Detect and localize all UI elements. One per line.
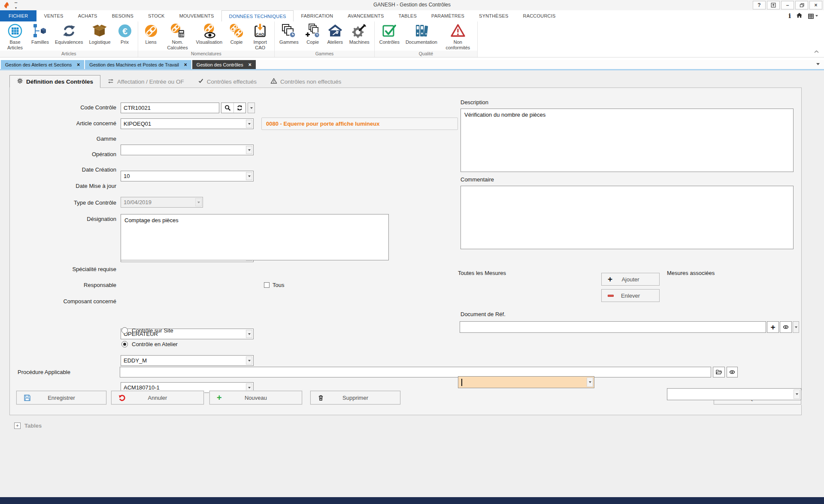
- radio-controle-atelier[interactable]: [121, 341, 128, 347]
- mesures-associees-combo[interactable]: [667, 388, 801, 400]
- menu-parametres[interactable]: PARAMÈTRES: [424, 10, 472, 21]
- ribbon-ateliers-button[interactable]: Ateliers: [324, 22, 346, 45]
- menu-tables[interactable]: TABLES: [391, 10, 424, 21]
- prix-euro-icon: €: [117, 23, 133, 39]
- designation-textarea[interactable]: Comptage des pièces: [121, 214, 389, 260]
- ribbon-group-nomenclatures: Liens Nom. Calculées Visualisation Copie: [138, 21, 275, 57]
- doc-ref-input[interactable]: [460, 321, 766, 333]
- responsable-combo[interactable]: EDDY_M: [121, 355, 254, 366]
- svg-text:€: €: [122, 26, 127, 36]
- plus-icon: +: [217, 394, 222, 401]
- ribbon-copie-nomenclature-button[interactable]: Copie: [225, 22, 248, 45]
- menu-fichier[interactable]: FICHIER: [0, 10, 36, 21]
- doc-ref-eye-icon[interactable]: [780, 321, 792, 333]
- tab-controles-non-effectues[interactable]: Contrôles non effectués: [264, 75, 348, 88]
- svg-text:CAO: CAO: [256, 32, 264, 36]
- menu-mouvements[interactable]: MOUVEMENTS: [172, 10, 221, 21]
- specialite-label: Spécialité requise: [43, 266, 116, 272]
- ribbon-logistique-button[interactable]: Logistique: [86, 22, 113, 45]
- folder-open-icon[interactable]: [713, 367, 725, 377]
- gammes-icon: [281, 23, 297, 39]
- minimize-button[interactable]: –: [781, 1, 794, 9]
- tab-affectation[interactable]: Affectation / Entrée ou OF: [100, 75, 191, 88]
- doc-tab-controles[interactable]: Gestion des Contrôles ×: [192, 60, 256, 69]
- ribbon-familles-button[interactable]: Familles: [28, 22, 52, 45]
- add-measure-button[interactable]: + Ajouter: [601, 273, 660, 286]
- table-grid-icon[interactable]: [808, 13, 818, 19]
- refresh-icon[interactable]: [233, 103, 245, 113]
- menu-avancements[interactable]: AVANCEMENTS: [340, 10, 391, 21]
- help-button[interactable]: ?: [753, 1, 766, 9]
- menu-donnees-techniques[interactable]: DONNÉES TECHNIQUES: [221, 10, 294, 21]
- delete-button[interactable]: Supprimer: [310, 391, 400, 404]
- menu-achats[interactable]: ACHATS: [71, 10, 105, 21]
- cancel-button[interactable]: Annuler: [111, 391, 204, 404]
- ribbon-machines-button[interactable]: Machines: [346, 22, 373, 45]
- doc-tab-overflow-icon[interactable]: [816, 63, 820, 65]
- ribbon-non-conformites-button[interactable]: Non conformités: [440, 22, 476, 51]
- expand-plus-icon[interactable]: +: [14, 423, 21, 429]
- code-controle-input[interactable]: CTR10021: [121, 103, 219, 113]
- ribbon-collapse-icon[interactable]: [814, 47, 819, 55]
- radio-controle-site[interactable]: [121, 327, 128, 334]
- close-icon[interactable]: ×: [184, 62, 187, 68]
- ribbon-nom-calculees-button[interactable]: Nom. Calculées: [162, 22, 193, 51]
- ribbon-copie-gamme-button[interactable]: Copie: [302, 22, 324, 45]
- menu-ventes[interactable]: VENTES: [36, 10, 70, 21]
- ribbon-import-cao-button[interactable]: CAO Import CAO: [248, 22, 273, 51]
- nom-calculees-icon: [170, 23, 186, 39]
- gamme-combo[interactable]: [121, 145, 254, 155]
- doc-ref-add-icon[interactable]: +: [767, 321, 779, 333]
- menu-fabrication[interactable]: FABRICATION: [294, 10, 340, 21]
- info-icon[interactable]: i: [788, 12, 791, 20]
- tables-expander[interactable]: + Tables: [14, 423, 42, 429]
- menu-besoins[interactable]: BESOINS: [105, 10, 141, 21]
- restore-button[interactable]: [795, 1, 808, 9]
- doc-tab-machines[interactable]: Gestion des Machines et Postes de Travai…: [85, 60, 191, 69]
- menu-stock[interactable]: STOCK: [141, 10, 172, 21]
- documentation-binders-icon: [413, 23, 430, 39]
- date-creation-picker[interactable]: 10/04/2019: [121, 197, 203, 208]
- search-icon[interactable]: [221, 103, 233, 113]
- operation-combo[interactable]: 10: [121, 171, 254, 181]
- designation-label: Désignation: [43, 216, 116, 222]
- ribbon-documentation-button[interactable]: Documentation: [403, 22, 440, 45]
- pin-up-button[interactable]: [767, 1, 780, 9]
- ateliers-icon: [327, 23, 343, 39]
- code-controle-tools: [221, 103, 246, 113]
- tab-definition-controles[interactable]: Définition des Contrôles: [9, 75, 100, 88]
- close-icon[interactable]: ×: [77, 62, 80, 68]
- remove-measure-button[interactable]: Enlever: [601, 289, 660, 302]
- save-button[interactable]: Enregistrer: [16, 391, 106, 404]
- ribbon-visualisation-button[interactable]: Visualisation: [193, 22, 226, 45]
- toutes-mesures-combo[interactable]: [458, 376, 594, 388]
- date-creation-label: Date Création: [43, 166, 116, 173]
- description-textarea[interactable]: Vérification du nombre de pièces: [460, 109, 794, 172]
- ribbon-equivalences-button[interactable]: Equivalences: [52, 22, 86, 45]
- ribbon-liens-button[interactable]: Liens: [140, 22, 162, 45]
- new-button[interactable]: + Nouveau: [209, 391, 302, 404]
- ribbon-prix-button[interactable]: € Prix: [114, 22, 136, 45]
- tous-checkbox[interactable]: [264, 282, 270, 288]
- code-controle-dropdown-icon[interactable]: [248, 103, 255, 113]
- home-icon[interactable]: [796, 12, 803, 20]
- tous-label: Tous: [273, 282, 284, 288]
- commentaire-textarea[interactable]: [460, 186, 794, 249]
- ribbon-controles-button[interactable]: Contrôles: [376, 22, 403, 45]
- doc-tab-ateliers[interactable]: Gestion des Ateliers et Sections ×: [1, 60, 84, 69]
- tab-controles-effectues[interactable]: Contrôles effectués: [191, 75, 264, 88]
- eye-icon[interactable]: [727, 367, 738, 377]
- close-icon[interactable]: ×: [248, 62, 251, 68]
- menu-syntheses[interactable]: SYNTHÈSES: [472, 10, 515, 21]
- ribbon-gammes-button[interactable]: Gammes: [276, 22, 302, 45]
- article-combo[interactable]: KIPOEQ01: [121, 118, 254, 129]
- menu-bar: FICHIER VENTES ACHATS BESOINS STOCK MOUV…: [0, 10, 824, 21]
- close-button[interactable]: ×: [809, 1, 822, 9]
- doc-ref-dropdown-icon[interactable]: [793, 321, 799, 333]
- base-articles-icon: [7, 23, 23, 39]
- menu-raccourcis[interactable]: RACCOURCIS: [516, 10, 563, 21]
- ribbon-base-articles-button[interactable]: Base Articles: [2, 22, 28, 51]
- window-title: GANESH - Gestion des Contrôles: [0, 2, 824, 8]
- procedure-input[interactable]: [120, 367, 711, 377]
- grid-dropdown-icon[interactable]: [815, 15, 818, 17]
